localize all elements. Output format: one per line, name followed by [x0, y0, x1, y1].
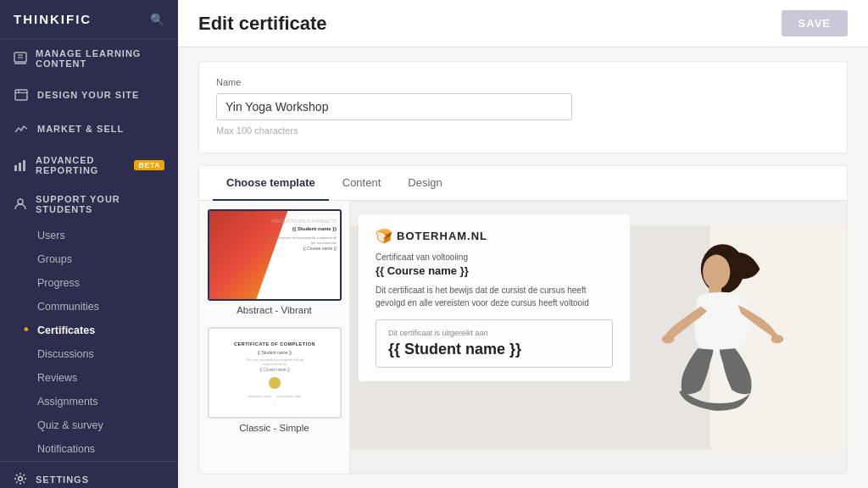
- template-area: THIS CERTIFICATE IS AWARDED TO {{ Studen…: [199, 201, 847, 474]
- sidebar-item-support-students[interactable]: SUPPORT YOUR STUDENTS: [0, 185, 178, 224]
- sidebar-item-reviews[interactable]: Reviews: [0, 366, 178, 390]
- tabs-bar: Choose template Content Design: [199, 166, 847, 201]
- sidebar-item-notifications[interactable]: Notifications: [0, 437, 178, 461]
- svg-point-15: [703, 255, 730, 290]
- support-students-icon: [14, 197, 27, 212]
- abstract-student-name: {{ Student name }}: [267, 225, 337, 233]
- sidebar-item-design-site-label: DESIGN YOUR SITE: [37, 90, 139, 100]
- cert-logo-text: BOTERHAM.NL: [397, 230, 487, 242]
- name-label: Name: [216, 77, 830, 87]
- preview-area: 🍞 BOTERHAM.NL Certificaat van voltooiing…: [350, 201, 847, 474]
- sidebar-logo: THINKIFIC: [14, 12, 92, 26]
- sidebar-header: THINKIFIC 🔍: [0, 0, 178, 39]
- design-site-icon: [14, 87, 29, 103]
- market-sell-icon: [14, 121, 29, 136]
- sidebar-item-quiz-survey[interactable]: Quiz & survey: [0, 413, 178, 437]
- sidebar-item-manage-learning[interactable]: MANAGE LEARNING CONTENT: [0, 39, 178, 78]
- cert-logo: 🍞 BOTERHAM.NL: [376, 228, 613, 244]
- cert-subtitle: Certificaat van voltooiing: [376, 252, 613, 262]
- template-name-classic-simple: Classic - Simple: [208, 423, 341, 433]
- sidebar-item-market-sell[interactable]: MARKET & SELL: [0, 112, 178, 146]
- cert-course-name: {{ Course name }}: [376, 264, 613, 277]
- page-title: Edit certificate: [198, 13, 327, 35]
- classic-seal: [269, 377, 281, 389]
- cert-issued-label: Dit certificaat is uitgereikt aan: [388, 329, 600, 337]
- template-classic-simple[interactable]: CERTIFICATE OF COMPLETION {{ Student nam…: [208, 327, 341, 433]
- sidebar-item-communities[interactable]: Communities: [0, 295, 178, 319]
- cert-student-box: Dit certificaat is uitgereikt aan {{ Stu…: [376, 319, 613, 368]
- search-icon[interactable]: 🔍: [150, 13, 164, 26]
- svg-rect-8: [19, 163, 21, 171]
- classic-cursor-icon: ↖: [274, 400, 276, 404]
- template-thumb-abstract-vibrant: THIS CERTIFICATE IS AWARDED TO {{ Studen…: [208, 209, 342, 301]
- abstract-vibrant-preview: THIS CERTIFICATE IS AWARDED TO {{ Studen…: [209, 211, 340, 299]
- template-card: Choose template Content Design THIS CERT: [198, 165, 848, 474]
- sidebar-item-progress[interactable]: Progress: [0, 271, 178, 295]
- svg-rect-4: [15, 90, 27, 100]
- svg-point-17: [662, 335, 675, 343]
- sidebar-item-discussions[interactable]: Discussions: [0, 342, 178, 366]
- classic-student: {{ Student name }}: [258, 350, 292, 355]
- beta-badge: BETA: [134, 160, 164, 170]
- sidebar-item-settings[interactable]: SETTINGS: [0, 461, 178, 488]
- settings-icon: [14, 472, 27, 487]
- classic-course: {{ Course name }}: [259, 368, 290, 372]
- topbar: Edit certificate SAVE: [178, 0, 868, 47]
- sidebar-item-manage-learning-label: MANAGE LEARNING CONTENT: [36, 48, 164, 69]
- sidebar-item-groups[interactable]: Groups: [0, 247, 178, 271]
- name-input[interactable]: [216, 93, 572, 120]
- sidebar-item-assignments[interactable]: Assignments: [0, 390, 178, 413]
- cert-description: Dit certificaat is het bewijs dat de cur…: [376, 284, 613, 309]
- svg-point-10: [18, 199, 23, 204]
- sidebar-item-users[interactable]: Users: [0, 224, 178, 247]
- abstract-course-name: {{ Course name }}: [267, 246, 337, 252]
- sidebar: THINKIFIC 🔍 MANAGE LEARNING CONTENT DESI…: [0, 0, 178, 488]
- support-sub-items: Users Groups Progress Communities Certif…: [0, 224, 178, 461]
- sidebar-item-design-site[interactable]: DESIGN YOUR SITE: [0, 78, 178, 112]
- svg-point-18: [771, 335, 784, 343]
- main-panel: Edit certificate SAVE Name Max 100 chara…: [178, 0, 868, 488]
- cert-student-name: {{ Student name }}: [388, 341, 600, 358]
- tab-content[interactable]: Content: [329, 166, 395, 201]
- svg-rect-7: [14, 165, 17, 171]
- classic-footer-text: Instructor name Completion date: [248, 394, 301, 398]
- tab-choose-template[interactable]: Choose template: [213, 166, 329, 201]
- sidebar-item-certificates[interactable]: Certificates: [0, 319, 178, 342]
- sidebar-item-advanced-reporting[interactable]: ADVANCED REPORTING BETA: [0, 146, 178, 185]
- abstract-content-text: THIS CERTIFICATE IS AWARDED TO {{ Studen…: [267, 219, 337, 252]
- svg-rect-9: [23, 160, 25, 171]
- main-content: Name Max 100 characters Choose template …: [178, 47, 868, 488]
- sidebar-item-advanced-reporting-label: ADVANCED REPORTING: [36, 155, 125, 175]
- classic-title: CERTIFICATE OF COMPLETION: [234, 341, 315, 347]
- template-name-abstract-vibrant: Abstract - Vibrant: [208, 305, 341, 315]
- sidebar-item-market-sell-label: MARKET & SELL: [37, 124, 124, 134]
- advanced-reporting-icon: [14, 158, 27, 173]
- classic-simple-preview: CERTIFICATE OF COMPLETION {{ Student nam…: [209, 329, 340, 417]
- manage-learning-icon: [14, 51, 27, 66]
- name-card: Name Max 100 characters: [198, 61, 848, 153]
- svg-point-11: [19, 477, 23, 481]
- name-hint: Max 100 characters: [216, 125, 830, 136]
- template-abstract-vibrant[interactable]: THIS CERTIFICATE IS AWARDED TO {{ Studen…: [208, 209, 341, 315]
- sidebar-item-support-students-label: SUPPORT YOUR STUDENTS: [36, 194, 164, 214]
- cert-preview-overlay: 🍞 BOTERHAM.NL Certificaat van voltooiing…: [359, 214, 630, 381]
- tab-design[interactable]: Design: [394, 166, 455, 201]
- template-list: THIS CERTIFICATE IS AWARDED TO {{ Studen…: [199, 201, 350, 474]
- cert-logo-icon: 🍞: [376, 228, 392, 244]
- template-thumb-classic-simple: CERTIFICATE OF COMPLETION {{ Student nam…: [208, 327, 342, 419]
- save-button[interactable]: SAVE: [782, 10, 848, 36]
- settings-label: SETTINGS: [36, 474, 89, 485]
